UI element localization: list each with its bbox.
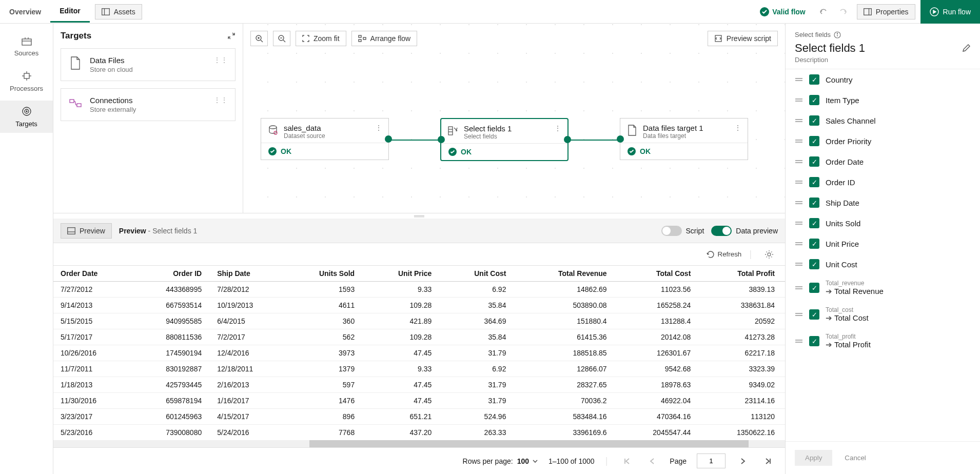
prev-page-button[interactable] (645, 455, 659, 468)
drag-handle-icon[interactable] (795, 97, 803, 103)
cancel-button[interactable]: Cancel (845, 450, 866, 466)
first-page-button[interactable] (619, 455, 635, 468)
preview-button[interactable]: Preview (61, 223, 112, 239)
field-list[interactable]: ✓ Country ✓ Item Type ✓ Sales Channel ✓ … (786, 69, 980, 441)
field-row[interactable]: ✓ Total_revenue➔Total Revenue (786, 274, 980, 301)
node-select-fields[interactable]: Select fields 1 Select fields ⋮ OK (440, 118, 569, 161)
table-row[interactable]: 11/7/201183019288712/18/201113799.336.92… (53, 361, 785, 377)
column-header[interactable]: Total Revenue (516, 266, 617, 282)
drag-handle-icon[interactable]: ⋮⋮ (213, 56, 228, 64)
apply-button[interactable]: Apply (795, 450, 832, 466)
column-header[interactable]: Ship Date (212, 266, 285, 282)
zoom-fit-button[interactable]: Zoom fit (296, 31, 346, 46)
drag-handle-icon[interactable] (795, 241, 803, 246)
table-row[interactable]: 5/17/20178808115367/2/2017562109.2835.84… (53, 329, 785, 345)
field-row[interactable]: ✓ Item Type (786, 90, 980, 110)
column-header[interactable]: Units Sold (285, 266, 365, 282)
checkbox[interactable]: ✓ (809, 239, 819, 249)
zoom-out-button[interactable] (273, 31, 290, 46)
drag-handle-icon[interactable] (795, 221, 803, 226)
field-row[interactable]: ✓ Order ID (786, 172, 980, 192)
node-menu-icon[interactable]: ⋮ (554, 124, 561, 132)
node-port[interactable] (385, 135, 392, 143)
settings-button[interactable] (760, 247, 778, 262)
target-card-connections[interactable]: Connections Store externally ⋮⋮ (61, 88, 236, 121)
node-menu-icon[interactable]: ⋮ (734, 124, 741, 132)
drag-handle-icon[interactable] (795, 77, 803, 82)
table-row[interactable]: 5/15/20159409955856/4/2015360421.89364.6… (53, 313, 785, 329)
checkbox[interactable]: ✓ (809, 156, 819, 167)
node-port[interactable] (617, 135, 624, 143)
table-row[interactable]: 5/23/20167390080805/24/20167768437.20263… (53, 425, 785, 441)
checkbox[interactable]: ✓ (809, 74, 819, 85)
drag-handle-icon[interactable] (795, 285, 803, 290)
node-menu-icon[interactable]: ⋮ (375, 124, 382, 132)
table-row[interactable]: 10/26/201617459019412/4/2016397347.4531.… (53, 345, 785, 361)
checkbox[interactable]: ✓ (809, 309, 819, 320)
tab-editor[interactable]: Editor (50, 1, 89, 23)
collapse-icon[interactable] (227, 32, 236, 40)
drag-handle-icon[interactable] (795, 200, 803, 205)
redo-button[interactable] (833, 5, 852, 19)
drag-handle-icon[interactable] (795, 312, 803, 317)
zoom-in-button[interactable] (250, 31, 268, 46)
column-header[interactable]: Order Date (53, 266, 131, 282)
script-toggle[interactable] (661, 226, 682, 236)
properties-button[interactable]: Properties (857, 4, 915, 19)
table-row[interactable]: 9/14/201366759351410/19/20134611109.2835… (53, 298, 785, 313)
drag-handle-icon[interactable] (795, 159, 803, 164)
checkbox[interactable]: ✓ (809, 136, 819, 146)
column-header[interactable]: Order ID (131, 266, 212, 282)
arrange-flow-button[interactable]: Arrange flow (351, 31, 418, 46)
node-sales-data[interactable]: sales_data Dataset source ⋮ OK (261, 118, 389, 160)
info-icon[interactable] (834, 31, 841, 38)
field-row[interactable]: ✓ Order Date (786, 151, 980, 172)
tab-overview[interactable]: Overview (0, 2, 50, 22)
table-row[interactable]: 11/30/20166598781941/16/2017147647.4531.… (53, 393, 785, 409)
drag-handle-icon[interactable] (795, 118, 803, 123)
column-header[interactable]: Total Cost (617, 266, 701, 282)
column-header[interactable]: Unit Price (365, 266, 442, 282)
rows-per-page-select[interactable]: 100 (517, 457, 538, 465)
checkbox[interactable]: ✓ (809, 259, 819, 269)
table-row[interactable]: 7/27/20124433689957/28/201215939.336.921… (53, 282, 785, 298)
field-row[interactable]: ✓ Units Sold (786, 213, 980, 233)
undo-button[interactable] (815, 5, 833, 19)
rail-sources[interactable]: Sources (0, 32, 53, 62)
checkbox[interactable]: ✓ (809, 115, 819, 126)
field-row[interactable]: ✓ Sales Channel (786, 110, 980, 131)
table-row[interactable]: 1/18/20134257934452/16/201359747.4531.79… (53, 377, 785, 393)
checkbox[interactable]: ✓ (809, 218, 819, 228)
page-input[interactable] (697, 453, 726, 468)
node-data-files-target[interactable]: Data files target 1 Data files target ⋮ … (620, 118, 748, 160)
drag-handle-icon[interactable] (795, 139, 803, 144)
resize-handle[interactable]: ══ (53, 213, 785, 219)
field-row[interactable]: ✓ Unit Cost (786, 254, 980, 274)
drag-handle-icon[interactable] (795, 339, 803, 344)
table-row[interactable]: 3/23/20176012459634/15/2017896651.21524.… (53, 409, 785, 425)
rail-processors[interactable]: Processors (0, 65, 53, 97)
flow-canvas[interactable]: Zoom fit Arrange flow Preview script (243, 24, 785, 213)
data-preview-toggle[interactable] (711, 226, 732, 236)
next-page-button[interactable] (736, 455, 750, 468)
column-header[interactable]: Unit Cost (442, 266, 516, 282)
checkbox[interactable]: ✓ (809, 177, 819, 187)
field-row[interactable]: ✓ Total_cost➔Total Cost (786, 301, 980, 328)
field-row[interactable]: ✓ Ship Date (786, 192, 980, 213)
checkbox[interactable]: ✓ (809, 336, 819, 346)
target-card-datafiles[interactable]: Data Files Store on cloud ⋮⋮ (61, 48, 236, 81)
last-page-button[interactable] (760, 455, 776, 468)
column-header[interactable]: Total Profit (701, 266, 785, 282)
node-port[interactable] (438, 136, 445, 143)
field-row[interactable]: ✓ Total_profit➔Total Profit (786, 328, 980, 354)
preview-script-button[interactable]: Preview script (708, 31, 778, 46)
data-table[interactable]: Order DateOrder IDShip DateUnits SoldUni… (53, 266, 785, 440)
edit-icon[interactable] (962, 44, 971, 53)
refresh-button[interactable]: Refresh (707, 250, 742, 259)
horizontal-scrollbar[interactable] (53, 440, 785, 447)
rail-targets[interactable]: Targets (0, 101, 53, 133)
drag-handle-icon[interactable] (795, 180, 803, 185)
assets-button[interactable]: Assets (95, 4, 142, 19)
checkbox[interactable]: ✓ (809, 283, 819, 293)
field-row[interactable]: ✓ Country (786, 69, 980, 90)
